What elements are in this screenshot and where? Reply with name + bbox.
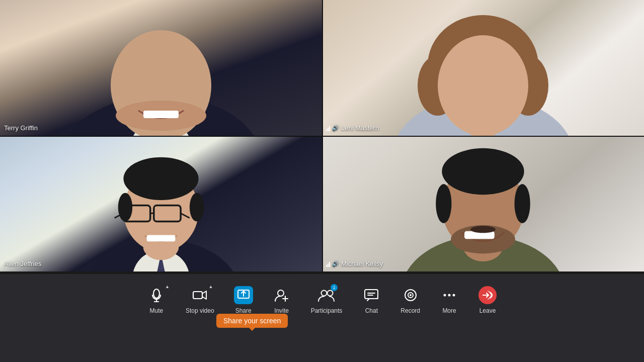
svg-point-50 <box>410 294 412 296</box>
chat-icon <box>362 286 380 304</box>
stop-video-icon-wrap: ▲ <box>191 286 209 304</box>
svg-point-40 <box>278 290 284 296</box>
video-tile-leni: 🔊 Leni Mastern <box>322 0 644 136</box>
video-chevron: ▲ <box>208 284 213 289</box>
more-svg <box>442 288 457 302</box>
participants-label: Participants <box>311 307 343 314</box>
svg-rect-38 <box>193 292 202 299</box>
stop-video-label: Stop video <box>186 307 214 314</box>
record-svg <box>404 288 418 302</box>
mic-icon-michael: 🔊 <box>332 260 339 267</box>
svg-rect-45 <box>365 290 378 299</box>
invite-button[interactable]: Invite <box>263 282 301 318</box>
record-label: Record <box>400 307 420 314</box>
more-icon <box>440 286 458 304</box>
leave-button[interactable]: Leave <box>468 282 507 318</box>
svg-point-34 <box>470 226 496 233</box>
mute-label: Mute <box>150 307 164 314</box>
share-tooltip: Share your screen <box>216 314 288 328</box>
chat-button[interactable]: Chat <box>352 282 390 318</box>
leave-icon-bg <box>478 286 497 304</box>
leave-icon <box>482 291 493 300</box>
share-label: Share <box>235 307 252 314</box>
mute-icon <box>149 288 164 302</box>
more-button[interactable]: More <box>430 282 468 318</box>
svg-point-43 <box>321 291 327 296</box>
stop-video-icon <box>192 288 207 302</box>
mic-icon-leni: 🔊 <box>332 125 339 131</box>
svg-point-23 <box>118 193 132 222</box>
name-label-allen: Allen Jeffries <box>4 260 41 267</box>
leave-icon-wrap <box>478 286 497 304</box>
svg-point-31 <box>436 184 451 223</box>
svg-point-53 <box>453 294 455 297</box>
invite-icon <box>273 286 291 304</box>
svg-point-44 <box>328 291 333 296</box>
chat-svg <box>364 288 379 302</box>
share-button[interactable]: Share <box>224 282 263 318</box>
leave-label: Leave <box>479 307 496 314</box>
svg-point-11 <box>438 35 528 136</box>
svg-point-35 <box>153 289 159 298</box>
participants-icon-wrap: 1 <box>317 286 336 304</box>
invite-svg <box>274 288 289 302</box>
participants-badge: 1 <box>331 284 338 291</box>
signal-icon-leni <box>326 125 330 131</box>
svg-point-30 <box>442 148 524 195</box>
signal-icon-michael <box>326 261 330 267</box>
video-grid: Terry Griffin 🔊 Leni Mastern <box>0 0 644 272</box>
mute-chevron: ▲ <box>165 284 170 289</box>
name-label-terry: Terry Griffin <box>4 124 38 132</box>
video-tile-michael: 🔊 Michael Kellsy <box>322 136 644 272</box>
toolbar: ▲ Mute ▲ Stop video Share <box>0 274 644 362</box>
chat-label: Chat <box>365 307 378 314</box>
video-tile-allen: Allen Jeffries <box>0 136 322 272</box>
name-label-leni: 🔊 Leni Mastern <box>326 124 379 132</box>
share-icon-wrap <box>234 286 253 304</box>
mute-button[interactable]: ▲ Mute <box>137 282 176 318</box>
record-button[interactable]: Record <box>390 282 430 318</box>
more-label: More <box>442 307 456 314</box>
stop-video-button[interactable]: ▲ Stop video <box>176 282 224 318</box>
svg-point-24 <box>190 193 204 222</box>
svg-point-52 <box>448 294 451 297</box>
svg-rect-25 <box>147 235 176 242</box>
svg-rect-5 <box>143 111 179 118</box>
svg-point-22 <box>123 157 198 200</box>
svg-point-51 <box>444 294 446 297</box>
participants-button[interactable]: 1 Participants <box>301 282 353 318</box>
share-icon-bg <box>234 286 253 304</box>
video-tile-terry: Terry Griffin <box>0 0 322 136</box>
share-icon <box>237 289 250 301</box>
invite-label: Invite <box>274 307 289 314</box>
name-label-michael: 🔊 Michael Kellsy <box>326 260 383 267</box>
mute-icon-wrap: ▲ <box>147 286 166 304</box>
vertical-divider <box>322 0 323 272</box>
svg-point-32 <box>515 184 530 223</box>
record-icon <box>401 286 420 304</box>
